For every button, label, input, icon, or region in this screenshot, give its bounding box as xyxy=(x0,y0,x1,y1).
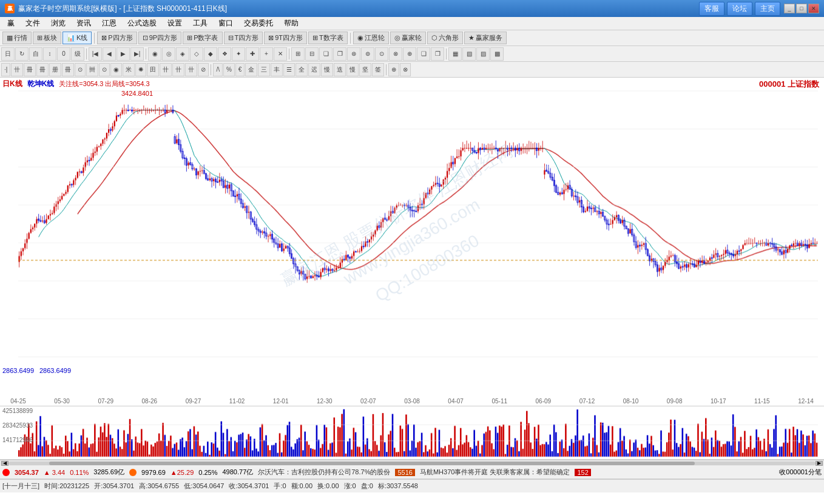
maximize-button[interactable]: □ xyxy=(796,4,807,13)
tool-7[interactable]: ⊙ xyxy=(75,63,86,76)
winner-service-button[interactable]: ★ 赢家服务 xyxy=(464,32,507,44)
period-day-button[interactable]: 日 xyxy=(1,47,15,61)
customer-service-button[interactable]: 客服 xyxy=(699,2,724,16)
tool-23[interactable]: 丰 xyxy=(271,63,283,76)
tool-12[interactable]: ✺ xyxy=(135,63,146,76)
tool-18[interactable]: /\ xyxy=(213,63,223,76)
market-quote-button[interactable]: ▦ 行情 xyxy=(2,32,32,44)
plus-button[interactable]: + xyxy=(260,47,273,61)
horizontal-scrollbar[interactable]: ◀ ▶ xyxy=(0,460,824,466)
9p-square-button[interactable]: ⊡ 9P四方形 xyxy=(138,32,181,44)
tool-26[interactable]: 迟 xyxy=(308,63,320,76)
pattern-4-btn[interactable]: ▩ xyxy=(490,47,504,61)
x-circle-btn[interactable]: ⊗ xyxy=(389,47,402,61)
tool-15[interactable]: 卄 xyxy=(172,63,184,76)
draw-btn-4[interactable]: ◇ xyxy=(190,47,203,61)
tool-11[interactable]: 米 xyxy=(123,63,135,76)
tool-1[interactable]: ·| xyxy=(1,63,10,76)
circle-btn[interactable]: ⊚ xyxy=(361,47,374,61)
menu-win[interactable]: 赢 xyxy=(2,17,19,30)
zoom-button[interactable]: ↕ xyxy=(43,47,56,61)
tool-20[interactable]: € xyxy=(235,63,245,76)
tool-10[interactable]: ◉ xyxy=(110,63,122,76)
tool-17[interactable]: ⊘ xyxy=(198,63,209,76)
p-num-button[interactable]: ⊞ P数字表 xyxy=(183,32,222,44)
menu-help[interactable]: 帮助 xyxy=(279,17,303,30)
kline-button[interactable]: 📊 K线 xyxy=(62,32,92,44)
gann-wheel-button[interactable]: ◉ 江恩轮 xyxy=(353,32,389,44)
tool-16[interactable]: 卄 xyxy=(185,63,197,76)
p-square-button[interactable]: ⊠ P四方形 xyxy=(97,32,137,44)
zoom-out-button[interactable]: ⊟ xyxy=(305,47,319,61)
tool-31[interactable]: 签 xyxy=(372,63,384,76)
chart-container[interactable]: 日K线 乾坤K线 关注线=3054.3 出局线=3054.3 3424.8401… xyxy=(0,78,824,406)
tool-4[interactable]: 冊 xyxy=(36,63,49,76)
menu-formula[interactable]: 公式选股 xyxy=(123,17,161,30)
level-select-button[interactable]: 级 xyxy=(71,47,84,61)
menu-settings[interactable]: 设置 xyxy=(163,17,187,30)
tool-5[interactable]: 册 xyxy=(49,63,61,76)
pattern-3-btn[interactable]: ▨ xyxy=(476,47,490,61)
menu-browse[interactable]: 浏览 xyxy=(46,17,70,30)
draw-btn-5[interactable]: ◆ xyxy=(204,47,217,61)
hexagon-button[interactable]: ⬡ 六角形 xyxy=(427,32,463,44)
tool-24[interactable]: ☰ xyxy=(283,63,295,76)
menu-trade[interactable]: 交易委托 xyxy=(239,17,278,30)
minimize-button[interactable]: _ xyxy=(784,4,795,13)
prev-button[interactable]: ◀ xyxy=(103,47,116,61)
draw-btn-6[interactable]: ❖ xyxy=(218,47,231,61)
refresh-button[interactable]: ↻ xyxy=(15,47,29,61)
next-button[interactable]: ▶ xyxy=(117,47,130,61)
draw-btn-7[interactable]: ✦ xyxy=(232,47,245,61)
forum-button[interactable]: 论坛 xyxy=(727,2,752,16)
rect-btn[interactable]: ❒ xyxy=(431,47,444,61)
tool-33[interactable]: ⊗ xyxy=(400,63,411,76)
next-end-button[interactable]: ▶| xyxy=(130,47,144,61)
main-chart-canvas[interactable] xyxy=(0,78,824,406)
pattern-1-btn[interactable]: ▦ xyxy=(448,47,462,61)
paste-button[interactable]: ❐ xyxy=(333,47,346,61)
crosshair-button[interactable]: ✚ xyxy=(246,47,259,61)
t-num-button[interactable]: ⊞ T数字表 xyxy=(308,32,348,44)
cross-button[interactable]: ✕ xyxy=(274,47,287,61)
tool-21[interactable]: 金 xyxy=(245,63,257,76)
plus-circle-btn[interactable]: ⊕ xyxy=(403,47,416,61)
scroll-right-arrow[interactable]: ▶ xyxy=(816,461,823,466)
tool-9[interactable]: ⊙ xyxy=(99,63,110,76)
tool-13[interactable]: 田 xyxy=(147,63,159,76)
tool-2[interactable]: 卄 xyxy=(11,63,23,76)
home-button[interactable]: 主页 xyxy=(755,2,780,16)
dot-btn[interactable]: ⊙ xyxy=(375,47,388,61)
tool-29[interactable]: 慢 xyxy=(346,63,359,76)
square-btn[interactable]: ❑ xyxy=(417,47,430,61)
tool-27[interactable]: 慢 xyxy=(321,63,333,76)
status-subscribe[interactable]: 收000001分笔 xyxy=(779,468,822,477)
winner-wheel-button[interactable]: ◎ 赢家轮 xyxy=(390,32,426,44)
menu-gann[interactable]: 江恩 xyxy=(97,17,121,30)
draw-btn-3[interactable]: ◈ xyxy=(176,47,189,61)
t-square-button[interactable]: ⊟ T四方形 xyxy=(224,32,263,44)
prev-start-button[interactable]: |◀ xyxy=(89,47,102,61)
menu-news[interactable]: 资讯 xyxy=(72,17,96,30)
draw-btn-2[interactable]: ◎ xyxy=(162,47,175,61)
close-button[interactable]: ✕ xyxy=(808,4,819,13)
scroll-thumb[interactable] xyxy=(49,462,695,465)
9t-square-button[interactable]: ⊠ 9T四方形 xyxy=(264,32,307,44)
tool-3[interactable]: 冊 xyxy=(24,63,36,76)
tool-28[interactable]: 迭 xyxy=(334,63,346,76)
zoom-in-button[interactable]: ⊞ xyxy=(291,47,305,61)
tool-22[interactable]: 三 xyxy=(258,63,270,76)
tool-32[interactable]: ⊕ xyxy=(388,63,399,76)
pattern-2-btn[interactable]: ▧ xyxy=(462,47,476,61)
tool-19[interactable]: % xyxy=(223,63,235,76)
draw-btn-1[interactable]: ◉ xyxy=(148,47,161,61)
scroll-track[interactable] xyxy=(8,462,816,465)
sector-button[interactable]: ⊞ 板块 xyxy=(33,32,61,44)
tool-14[interactable]: 卄 xyxy=(160,63,172,76)
tool-8[interactable]: 卌 xyxy=(86,63,98,76)
menu-window[interactable]: 窗口 xyxy=(214,17,238,30)
circle-cross-btn[interactable]: ⊛ xyxy=(347,47,360,61)
scroll-left-arrow[interactable]: ◀ xyxy=(1,461,8,466)
zoom-level-button[interactable]: 0 xyxy=(57,47,70,61)
menu-file[interactable]: 文件 xyxy=(21,17,45,30)
